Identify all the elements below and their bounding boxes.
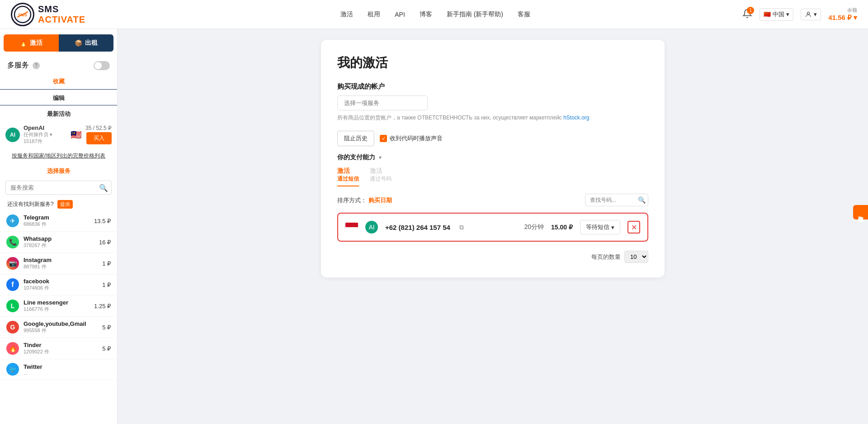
service-info2: Whatsapp 378267 件 [24, 235, 94, 249]
help-icon[interactable]: ? [33, 62, 40, 69]
service-twitter[interactable]: 🐦 Twitter ... [0, 359, 117, 380]
search-code-wrap: 🔍 [585, 194, 648, 206]
multi-service-row: 多服务 ? [0, 57, 117, 74]
service-count: 686836 件 [24, 221, 90, 228]
activate-button[interactable]: 🔥 激活 [4, 34, 59, 52]
toggle-knob [94, 62, 102, 69]
user-selector[interactable]: ▾ [801, 9, 821, 20]
price-list-link[interactable]: 按服务和国家/地区列出的完整价格列表 [0, 148, 117, 163]
multi-service-label: 多服务 [7, 61, 29, 70]
service-telegram[interactable]: ✈ Telegram 686836 件 13.5 ₽ [0, 210, 117, 232]
multi-service-toggle[interactable] [94, 61, 110, 70]
nav-right: 1 🇨🇳 中国 ▾ ▾ 余额 41.56 ₽ ▾ [742, 7, 857, 22]
divider1 [0, 89, 117, 90]
nav-guide[interactable]: 新手指南 (新手帮助) [447, 10, 503, 19]
sort-area: 排序方式： 购买日期 [337, 196, 392, 205]
history-button[interactable]: 阻止历史 [337, 131, 374, 146]
balance-value: 41.56 ₽ [828, 14, 852, 22]
suggest-row: 还没有找到新服务? 提供 [0, 198, 117, 210]
nav-api[interactable]: API [395, 11, 405, 18]
rent-label: 出租 [85, 39, 98, 47]
twitter-icon: 🐦 [6, 363, 19, 376]
per-page-select[interactable]: 10 20 50 [624, 251, 648, 263]
language-selector[interactable]: 🇨🇳 中国 ▾ [760, 8, 793, 21]
service-select-input[interactable] [337, 95, 428, 110]
service-search-input[interactable] [5, 181, 112, 195]
service-whatsapp[interactable]: 📞 Whatsapp 378267 件 16 ₽ [0, 232, 117, 253]
sound-label: 收到代码时播放声音 [390, 134, 443, 143]
nav-activate[interactable]: 激活 [340, 10, 353, 19]
marketplace-link[interactable]: hStock.org [563, 114, 589, 121]
service-count2: 378267 件 [24, 242, 94, 249]
buy-account-label: 购买现成的帐户 [337, 82, 648, 91]
tab-number-sub: 通过号码 [370, 175, 392, 183]
chevron-down-icon3: ▾ [854, 14, 857, 22]
copy-icon[interactable]: ⧉ [459, 224, 464, 231]
recent-item-sub[interactable]: 任何操作员 ▾ 15187件 [24, 131, 67, 145]
rent-button[interactable]: 📦 出租 [59, 34, 114, 52]
openai-service-icon: AI [365, 221, 378, 233]
logo-text: SMSACTIVATE [38, 4, 85, 25]
tab-number[interactable]: 激活 通过号码 [370, 167, 392, 186]
service-info3: Instagram 887981 件 [24, 257, 98, 270]
sound-checkbox[interactable]: ✓ 收到代码时播放声音 [380, 134, 443, 143]
main-nav: 激活 租用 API 博客 新手指南 (新手帮助) 客服 [128, 10, 742, 19]
tabs-row: 激活 通过短信 激活 通过号码 [337, 167, 648, 186]
user-icon [805, 11, 812, 18]
service-tinder[interactable]: 🔥 Tinder 1209022 件 5 ₽ [0, 338, 117, 359]
service-info4: facebook 1074606 件 [24, 278, 98, 291]
payment-row: 你的支付能力 ▾ [337, 153, 648, 162]
nav-rent[interactable]: 租用 [368, 10, 380, 19]
line-icon: L [6, 300, 19, 312]
service-price2: 16 ₽ [99, 239, 111, 246]
balance-amount[interactable]: 41.56 ₽ ▾ [828, 14, 857, 22]
favorites-section[interactable]: 收藏 [0, 74, 117, 89]
service-price4: 1 ₽ [102, 281, 111, 288]
cancel-button[interactable]: ✕ [627, 221, 640, 233]
whatsapp-icon: 📞 [6, 236, 19, 248]
service-price6: 5 ₽ [102, 324, 111, 331]
nav-blog[interactable]: 博客 [420, 10, 432, 19]
sort-search-row: 排序方式： 购买日期 🔍 [337, 194, 648, 206]
google-icon: G [6, 321, 19, 333]
top-navigation: SMS SMSACTIVATE 激活 租用 API 博客 新手指南 (新手帮助)… [0, 0, 868, 29]
tab-activate-label: 激活 [337, 167, 350, 174]
search-code-button[interactable]: 🔍 [638, 196, 646, 204]
openai-icon: AI [5, 128, 20, 142]
notification-bell[interactable]: 1 [742, 9, 752, 20]
svg-point-3 [807, 12, 810, 14]
sort-value[interactable]: 购买日期 [368, 197, 392, 204]
lang-label: 中国 [773, 10, 784, 19]
marketplace-note: 所有商品位置的货账户，a также ОТВЕТСТВЕННОСТЬ за ни… [337, 114, 648, 122]
buy-button[interactable]: 买入 [86, 132, 112, 144]
recent-item-name: OpenAI [24, 124, 67, 131]
flag-cn: 🇨🇳 [764, 11, 771, 18]
right-float-button[interactable]: 领取礼物优惠劵 [853, 205, 868, 219]
per-page-label: 每页的数量 [591, 253, 621, 261]
sort-prefix: 排序方式： [337, 197, 367, 204]
service-info8: Twitter ... [24, 363, 106, 376]
tab-number-label: 激活 [370, 167, 382, 174]
service-price3: 1 ₽ [102, 260, 111, 267]
service-instagram[interactable]: 📷 Instagram 887981 件 1 ₽ [0, 253, 117, 274]
logo-area: SMS SMSACTIVATE [11, 3, 128, 26]
chevron-down-icon2: ▾ [814, 11, 817, 18]
nav-support[interactable]: 客服 [518, 10, 530, 19]
rent-icon: 📦 [75, 39, 82, 47]
status-button[interactable]: 等待短信 ▾ [580, 220, 620, 234]
service-line[interactable]: L Line messenger 1166776 件 1.25 ₽ [0, 295, 117, 317]
service-list: ✈ Telegram 686836 件 13.5 ₽ 📞 Whatsapp 37… [0, 210, 117, 380]
service-name5: Line messenger [24, 299, 90, 306]
service-info5: Line messenger 1166776 件 [24, 299, 90, 313]
tab-sms[interactable]: 激活 通过短信 [337, 167, 359, 186]
timer: 20分钟 [524, 223, 544, 231]
payment-chevron[interactable]: ▾ [379, 154, 382, 161]
suggest-badge[interactable]: 提供 [57, 200, 73, 209]
service-price: 13.5 ₽ [94, 218, 111, 224]
main-layout: 🔥 激活 📦 出租 多服务 ? 收藏 编辑 最新活动 AI OpenAI 任何操… [0, 29, 868, 424]
service-name: Telegram [24, 214, 90, 221]
service-facebook[interactable]: f facebook 1074606 件 1 ₽ [0, 274, 117, 295]
edit-label[interactable]: 编辑 [0, 91, 117, 105]
service-search-button[interactable]: 🔍 [99, 183, 108, 192]
service-google[interactable]: G Google,youtube,Gmail 995558 件 5 ₽ [0, 317, 117, 338]
